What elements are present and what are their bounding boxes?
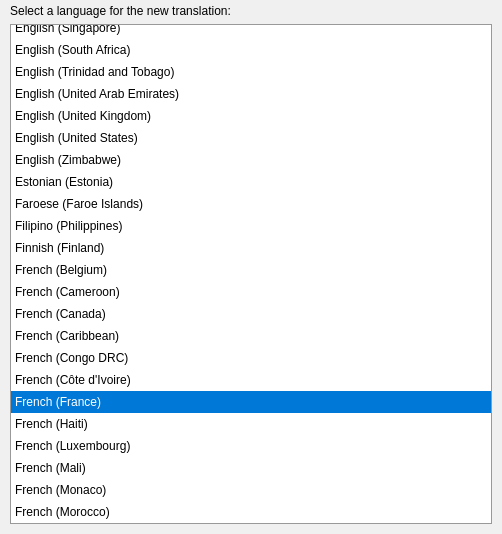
list-item[interactable]: English (Trinidad and Tobago) <box>11 61 491 83</box>
list-item[interactable]: French (France) <box>11 391 491 413</box>
language-dialog: Select a language for the new translatio… <box>0 0 502 534</box>
list-item[interactable]: French (Côte d'Ivoire) <box>11 369 491 391</box>
list-item[interactable]: Finnish (Finland) <box>11 237 491 259</box>
list-item[interactable]: French (Belgium) <box>11 259 491 281</box>
list-item[interactable]: French (Caribbean) <box>11 325 491 347</box>
language-list-scroll[interactable]: English (Canada)English (Caribbean)Engli… <box>11 25 491 523</box>
list-item[interactable]: Estonian (Estonia) <box>11 171 491 193</box>
list-item[interactable]: English (Singapore) <box>11 25 491 39</box>
language-list-container: English (Canada)English (Caribbean)Engli… <box>10 24 492 524</box>
list-item[interactable]: Faroese (Faroe Islands) <box>11 193 491 215</box>
list-item[interactable]: French (Congo DRC) <box>11 347 491 369</box>
list-item[interactable]: English (United Arab Emirates) <box>11 83 491 105</box>
dialog-label: Select a language for the new translatio… <box>10 4 492 18</box>
list-item[interactable]: French (Morocco) <box>11 501 491 523</box>
list-item[interactable]: French (Monaco) <box>11 479 491 501</box>
list-item[interactable]: French (Haiti) <box>11 413 491 435</box>
list-item[interactable]: Filipino (Philippines) <box>11 215 491 237</box>
list-item[interactable]: French (Luxembourg) <box>11 435 491 457</box>
list-item[interactable]: English (United States) <box>11 127 491 149</box>
list-item[interactable]: English (Zimbabwe) <box>11 149 491 171</box>
list-item[interactable]: French (Canada) <box>11 303 491 325</box>
list-item[interactable]: English (South Africa) <box>11 39 491 61</box>
list-item[interactable]: French (Cameroon) <box>11 281 491 303</box>
list-item[interactable]: French (Mali) <box>11 457 491 479</box>
list-item[interactable]: English (United Kingdom) <box>11 105 491 127</box>
